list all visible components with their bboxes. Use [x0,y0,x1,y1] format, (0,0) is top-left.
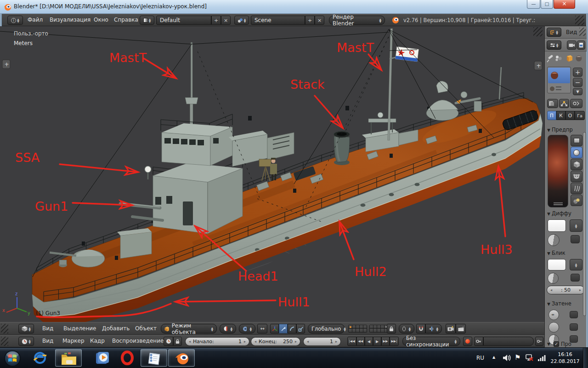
section-transparency-header[interactable]: ▼ ✓ Про [547,341,586,347]
toolshelf-toggle[interactable]: + [2,60,10,69]
scene-field[interactable]: Scene [251,16,305,25]
frame-start-field[interactable]: ◂Начало:1▸ [185,337,249,346]
timeline-menu-frame[interactable]: Кадр [90,338,105,344]
tray-action-center-icon[interactable]: ⚑ [514,353,520,362]
screen-layout-field[interactable]: Default [156,16,211,25]
view3d-menu-view[interactable]: Вид [42,325,53,332]
snap-element-dropdown[interactable]: ▲▼ [425,324,442,334]
frame-end-field[interactable]: ◂Конец:250▸ [251,337,300,346]
layout-close-button[interactable]: × [221,16,231,25]
prev-keyframe-button[interactable]: ◀◀ [356,337,365,346]
preview-cube-button[interactable] [571,159,582,170]
material-unlink-button[interactable] [559,99,569,108]
start-button[interactable] [3,349,22,368]
minimize-button[interactable]: — [527,0,540,9]
preview-world-button[interactable] [571,195,582,206]
material-type-halo[interactable]: Га [575,111,585,120]
opengl-render-button[interactable] [446,324,456,334]
pivot-point-dropdown[interactable]: ▲▼ [239,324,255,334]
timeline-menu-marker[interactable]: Маркер [62,338,85,344]
material-type-wire[interactable]: К [556,111,565,120]
section-shading[interactable]: ▼Затене [547,300,586,307]
tray-volume-icon[interactable] [503,354,511,364]
render-context-button[interactable] [567,40,577,50]
view3d-menu-add[interactable]: Добавить [102,325,130,332]
object-tab-icon[interactable] [567,55,572,62]
close-button[interactable]: × [554,0,575,9]
material-tab-icon[interactable] [576,56,582,62]
material-slot-specials-button[interactable]: ▼ [573,88,582,95]
proportional-edit-dropdown[interactable]: ▲▼ [399,324,414,334]
editor-type-button-timeline[interactable]: ▲▼ [18,337,34,346]
preview-sphere-button[interactable] [571,147,582,158]
scene-icon-button[interactable]: ▲▼ [234,16,249,25]
section-preview[interactable]: ▼Предпр [547,126,586,133]
specular-color-swatch[interactable] [548,259,566,270]
autokey-record-button[interactable] [463,337,472,346]
manipulator-translate-button[interactable] [279,324,288,334]
preview-flat-button[interactable] [571,135,582,146]
searchlight[interactable] [145,166,151,179]
editor-type-button-outliner[interactable]: ▲▼ [547,28,561,37]
play-button[interactable]: ▶ [373,337,381,346]
material-type-volume[interactable]: О [565,111,575,120]
npanel-toggle[interactable]: + [534,61,542,70]
preview-range-clock-button[interactable] [164,337,173,346]
manipulator-rotate-button[interactable] [288,324,296,334]
diffuse-intensity-knob[interactable] [548,234,560,246]
editor-type-button-3dview[interactable]: ▲▼ [18,324,34,334]
outliner-resize-grip[interactable] [579,28,586,36]
scene-context-button[interactable] [577,40,585,50]
material-type-surface[interactable]: П [547,111,556,120]
taskbar-explorer-button[interactable] [55,349,82,367]
window-titlebar[interactable]: Blender* [D:\МОИ МОДЕЛИ\USSA\Jelezniakov… [0,0,588,14]
tray-expand-icon[interactable]: ▲ [492,355,495,359]
timeline-resize-grip[interactable] [1,337,8,346]
layout-add-button[interactable]: + [211,16,221,25]
play-reverse-button[interactable]: ◀ [365,337,373,346]
view3d-menu-select[interactable]: Выделение [63,325,96,332]
properties-scrollbar[interactable] [583,132,586,316]
scene-close-button[interactable]: × [315,16,324,25]
current-frame-field[interactable]: ◂1▸ [303,337,341,346]
section-specular[interactable]: ▼Блик [547,250,586,256]
preview-lock-button[interactable] [173,337,182,346]
tray-network-icon[interactable] [525,354,534,364]
opengl-render-anim-button[interactable] [456,324,466,334]
taskbar-ie-button[interactable] [28,349,51,367]
shading-toggle-1[interactable] [570,311,578,318]
shading-toggle-2[interactable] [570,323,578,331]
next-keyframe-button[interactable]: ▶▶ [381,337,390,346]
keying-set-icon-button[interactable] [474,337,483,346]
material-slot-list[interactable] [547,67,571,93]
keyframe-insert-button[interactable] [535,337,543,346]
jump-to-end-button[interactable]: ▶▶| [390,337,399,346]
preview-hair-button[interactable] [571,183,582,194]
shading-emit-knob[interactable]: ◂▸ [548,310,559,320]
jump-to-start-button[interactable]: |◀◀ [347,337,356,346]
timeline-menu-playback[interactable]: Воспроизведение [112,338,164,344]
diffuse-color-swatch[interactable] [548,219,566,232]
menu-help[interactable]: Справка [114,17,138,23]
specular-ramp-toggle[interactable] [571,274,580,282]
screen-layout-icon-button[interactable]: ▲▼ [140,16,154,25]
timeline-menu-view[interactable]: Вид [42,338,53,344]
manipulator-scale-button[interactable] [296,324,305,334]
shading-ambient-knob[interactable] [548,322,559,333]
taskbar-opera-button[interactable] [116,349,139,367]
tray-signal-icon[interactable] [537,354,547,363]
viewport-resize-grip[interactable] [533,27,543,36]
section-diffuse[interactable]: ▼Диффу [547,210,586,217]
taskbar-blender-button[interactable] [168,349,195,367]
material-copy-button[interactable] [570,99,582,108]
diffuse-shader-dropdown[interactable]: ▲▼ [570,219,582,232]
menu-file[interactable]: Файл [28,17,43,23]
maximize-button[interactable]: □ [541,0,553,9]
editor-type-button-properties[interactable]: ▲▼ [547,40,561,50]
viewport-canvas[interactable]: Польз.-орто Meters (1) Gun3 z x y + + [0,26,544,322]
material-slot-add-button[interactable]: + [573,68,582,77]
diffuse-ramp-toggle[interactable] [571,235,580,243]
taskbar-wmp-button[interactable] [90,349,114,367]
view3d-resize-grip[interactable] [1,324,8,334]
show-desktop-button[interactable] [583,348,588,368]
